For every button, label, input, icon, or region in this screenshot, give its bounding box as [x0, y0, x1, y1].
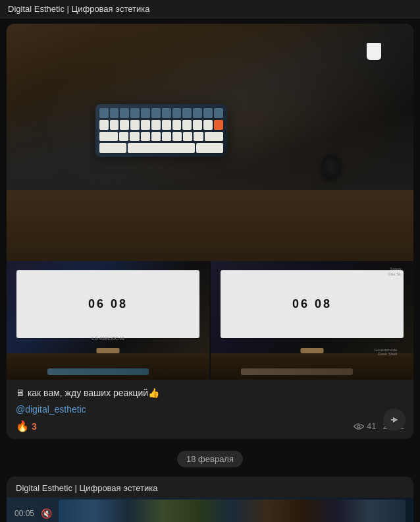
channel-title: Digital Esthetic | Цифровая эстетика — [8, 4, 149, 14]
clock-right: 06 08 — [292, 297, 332, 311]
message-content: 🖥 как вам, жду ваших реакций👍 @digital_e… — [7, 380, 413, 439]
views-count: 41 — [354, 421, 376, 431]
mute-icon[interactable]: 🔇 — [41, 508, 52, 519]
keyboard-image — [95, 104, 227, 157]
sub-image-right[interactable]: 06 08 Sonos One SL Groovemade Desk Shelf — [211, 261, 413, 380]
reaction-count: 3 — [32, 421, 37, 432]
date-separator: 18 февраля — [0, 444, 420, 474]
video-player[interactable]: 00:05 🔇 — [7, 498, 413, 522]
desk-bottom-left — [7, 353, 209, 380]
message-footer: 🔥 3 41 21:22 — [16, 420, 404, 432]
keyboard-small-right — [241, 368, 352, 375]
main-image[interactable] — [7, 24, 413, 261]
image-grid: 06 08 LG 43BL35C-M 06 08 — [7, 24, 413, 380]
message-handle[interactable]: @digital_esthetic — [16, 404, 404, 415]
svg-point-0 — [357, 425, 360, 428]
sub-image-left[interactable]: 06 08 LG 43BL35C-M — [7, 261, 211, 380]
eye-icon — [354, 422, 364, 430]
date-badge: 18 февраля — [177, 451, 243, 467]
channel-header: Digital Esthetic | Цифровая эстетика — [0, 0, 420, 18]
monitor-label-left: LG 43BL35C-M — [92, 336, 124, 341]
message-text: 🖥 как вам, жду ваших реакций👍 — [16, 386, 404, 400]
stand-left — [97, 348, 120, 353]
message-card-2: Digital Esthetic | Цифровая эстетика 00:… — [7, 477, 413, 522]
message-card: 06 08 LG 43BL35C-M 06 08 — [7, 24, 413, 439]
clock-left: 06 08 — [88, 297, 128, 311]
card2-channel-title: Digital Esthetic | Цифровая эстетика — [16, 483, 157, 493]
forward-button[interactable] — [383, 409, 406, 431]
mouse-image — [322, 154, 340, 179]
keyboard-small-left — [47, 368, 149, 375]
monitor-label-right: Sonos One SL — [388, 267, 401, 277]
desk-surface — [7, 190, 413, 261]
forward-icon — [389, 415, 400, 425]
reactions[interactable]: 🔥 3 — [16, 420, 37, 432]
reaction-emoji: 🔥 — [16, 420, 29, 432]
cup-decoration — [367, 43, 381, 60]
card2-header: Digital Esthetic | Цифровая эстетика — [7, 477, 413, 498]
monitor-right: 06 08 — [221, 270, 403, 338]
monitor-left: 06 08 — [16, 270, 199, 338]
groovemade-label: Groovemade Desk Shelf — [375, 348, 398, 356]
view-number: 41 — [367, 421, 376, 431]
stand-right — [301, 348, 324, 353]
sub-images: 06 08 LG 43BL35C-M 06 08 — [7, 261, 413, 380]
video-time: 00:05 — [14, 509, 34, 518]
video-thumbnail — [59, 500, 406, 522]
desk-bottom-right — [211, 353, 413, 380]
